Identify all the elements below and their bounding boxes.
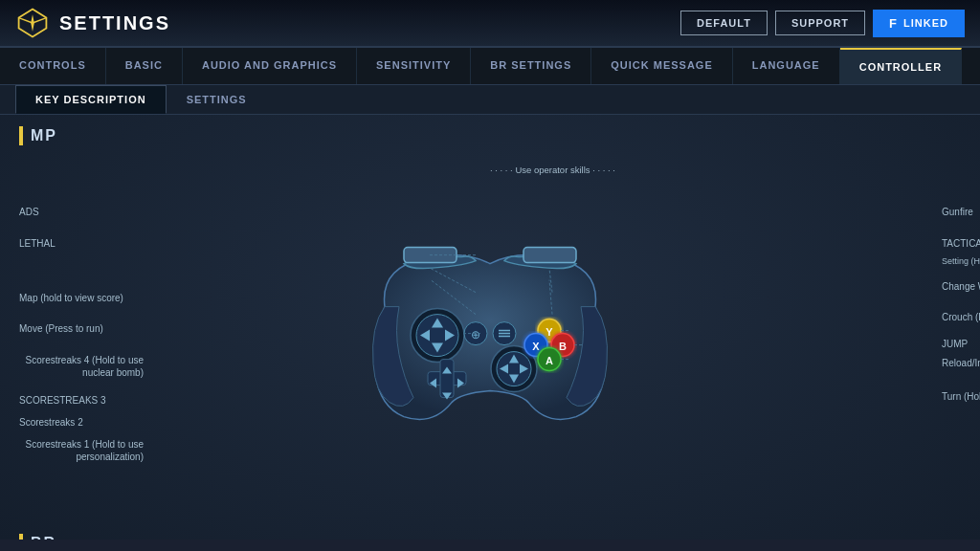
section-bar bbox=[19, 126, 23, 145]
tab-controller[interactable]: CONTROLLER bbox=[840, 48, 962, 84]
controller-image: ⊕ Y X B A bbox=[327, 231, 653, 441]
tab-basic[interactable]: BASIC bbox=[106, 48, 183, 84]
svg-text:⊕: ⊕ bbox=[471, 328, 480, 342]
header-buttons: DEFAULT SUPPORT f LINKED bbox=[680, 10, 965, 37]
tab-quick-message[interactable]: QUICK MESSAGE bbox=[591, 48, 733, 84]
tab-controls[interactable]: CONTROLS bbox=[0, 48, 106, 84]
svg-line-2 bbox=[19, 18, 33, 23]
facebook-icon: f bbox=[889, 16, 898, 31]
svg-line-3 bbox=[33, 18, 46, 23]
svg-text:X: X bbox=[532, 341, 540, 352]
header: SETTINGS DEFAULT SUPPORT f LINKED bbox=[0, 0, 980, 48]
svg-rect-19 bbox=[440, 360, 454, 398]
header-title: SETTINGS bbox=[59, 12, 170, 34]
br-section-bar bbox=[19, 534, 23, 540]
tab-audio-graphics[interactable]: AUDIO AND GRAPHICS bbox=[183, 48, 357, 84]
mp-section-header: MP bbox=[0, 115, 980, 153]
svg-text:A: A bbox=[546, 355, 553, 366]
controller-diagram: ADS LETHAL Map (hold to view score) Move… bbox=[0, 153, 980, 526]
svg-text:Y: Y bbox=[546, 326, 553, 338]
sub-tabs: KEY DESCRIPTION SETTINGS bbox=[0, 85, 980, 115]
linked-button[interactable]: f LINKED bbox=[873, 10, 965, 37]
tab-language[interactable]: LANGUAGE bbox=[733, 48, 840, 84]
nav-tabs: CONTROLS BASIC AUDIO AND GRAPHICS SENSIT… bbox=[0, 48, 980, 85]
svg-rect-5 bbox=[523, 248, 576, 263]
logo: SETTINGS bbox=[15, 6, 170, 40]
support-button[interactable]: SUPPORT bbox=[775, 11, 865, 35]
default-button[interactable]: DEFAULT bbox=[680, 11, 768, 35]
sub-tab-key-description[interactable]: KEY DESCRIPTION bbox=[15, 85, 167, 114]
tab-br-settings[interactable]: BR SETTINGS bbox=[471, 48, 591, 84]
br-title: BR bbox=[31, 535, 56, 540]
mp-title: MP bbox=[31, 127, 57, 144]
br-section-header: BR bbox=[0, 526, 980, 540]
svg-text:B: B bbox=[559, 341, 567, 352]
tab-sensitivity[interactable]: SENSITIVITY bbox=[357, 48, 471, 84]
content-area[interactable]: MP ADS LETHAL Map (hold to view score) M… bbox=[0, 115, 980, 540]
sub-tab-settings[interactable]: SETTINGS bbox=[167, 85, 267, 114]
logo-icon bbox=[15, 6, 50, 40]
